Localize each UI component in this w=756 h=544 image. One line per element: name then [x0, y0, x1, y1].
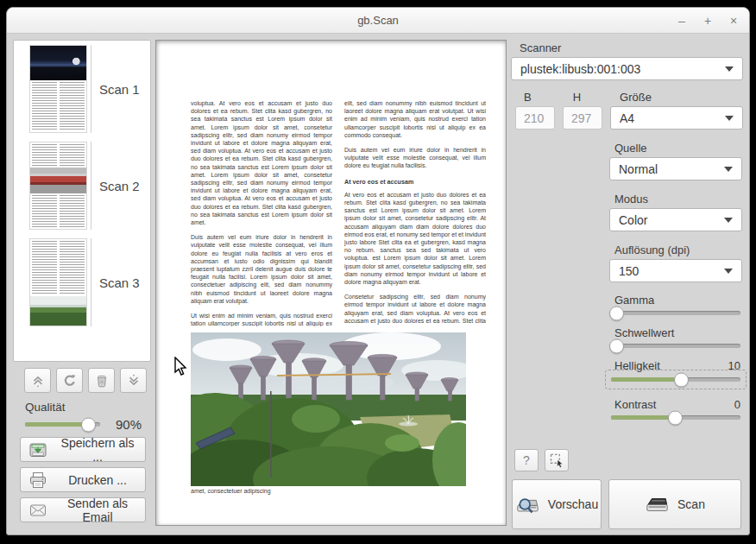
thumb-text-column [60, 82, 85, 130]
document-right-column: elit, sed diam nonummy nibh euismod tinc… [344, 99, 486, 326]
help-icon: ? [523, 453, 530, 467]
contrast-label: Kontrast [614, 398, 656, 411]
photo-caption: amet, consectetuer adipiscing [191, 488, 486, 494]
rotate-icon [62, 373, 78, 389]
window-controls: – + × [675, 8, 740, 33]
document-heading: At vero eos et accusam [344, 178, 486, 186]
chevron-down-icon [724, 218, 733, 223]
quality-slider[interactable] [25, 422, 100, 427]
thumb-text-column [32, 195, 57, 227]
source-value: Normal [619, 162, 658, 176]
send-email-label: Senden als Email [55, 497, 145, 524]
select-area-button[interactable] [545, 449, 569, 471]
scan-3-thumbnail[interactable] [29, 238, 87, 326]
scan-1-label: Scan 1 [99, 82, 140, 97]
thumb-text-column [32, 82, 57, 130]
scan-preview-area[interactable]: voluptua. At vero eos et accusam et just… [155, 40, 507, 526]
quality-value: 90% [116, 417, 142, 432]
rotate-button[interactable] [56, 368, 83, 393]
scan-1-thumbnail[interactable] [29, 45, 87, 133]
mode-value: Color [619, 213, 647, 227]
brightness-focus-ring [605, 370, 747, 389]
width-field[interactable] [515, 106, 555, 130]
left-panel: Scan 1 [13, 40, 151, 535]
document-left-column: voluptua. At vero eos et accusam et just… [191, 99, 332, 326]
scan-1-photo [30, 46, 86, 80]
scan-scanner-icon [645, 494, 669, 516]
contrast-value: 0 [734, 398, 740, 411]
center-panel: voluptua. At vero eos et accusam et just… [155, 40, 507, 535]
source-label: Quelle [614, 142, 742, 155]
settings-panel: Scanner plustek:libusb:001:003 B H Größe… [511, 40, 743, 535]
preview-scanner-icon [515, 494, 539, 516]
mode-select[interactable]: Color [609, 208, 742, 231]
scan-3-label: Scan 3 [99, 275, 140, 290]
thumb-text-column [32, 241, 57, 294]
move-down-button[interactable] [120, 368, 147, 393]
scanner-select[interactable]: plustek:libusb:001:003 [511, 57, 743, 80]
save-as-button[interactable]: Speichern als ... [20, 437, 146, 462]
window-title: gb.Scan [357, 14, 399, 27]
scan-2-label: Scan 2 [99, 179, 140, 193]
scan-list[interactable]: Scan 1 [13, 40, 151, 362]
quality-slider-handle[interactable] [81, 417, 96, 432]
chevron-down-icon [725, 66, 734, 72]
close-button[interactable]: × [727, 14, 740, 28]
gamma-slider-handle[interactable] [609, 306, 624, 320]
scan-list-item-3[interactable]: Scan 3 [14, 234, 150, 331]
scan-2-photo [30, 168, 86, 193]
threshold-slider-handle[interactable] [609, 338, 624, 353]
brightness-label: Helligkeit [614, 359, 660, 372]
scanned-page: voluptua. At vero eos et accusam et just… [156, 41, 506, 525]
move-up-button[interactable] [24, 368, 51, 393]
resolution-select[interactable]: 150 [609, 259, 742, 282]
app-window: gb.Scan – + × Scan 1 [6, 7, 750, 535]
delete-button[interactable] [88, 368, 115, 393]
threshold-slider[interactable] [611, 344, 740, 348]
document-photo-gardens [191, 332, 466, 486]
gamma-slider[interactable] [611, 311, 740, 315]
contrast-slider-handle[interactable] [668, 410, 683, 425]
thumbnail-toolbar [13, 368, 151, 393]
scan-list-item-2[interactable]: Scan 2 [14, 137, 150, 234]
chevron-down-icon [724, 167, 733, 172]
contrast-slider[interactable] [611, 415, 740, 420]
size-select[interactable]: A4 [610, 106, 743, 130]
gamma-label: Gamma [614, 294, 654, 307]
scan-3-photo [30, 296, 86, 326]
send-email-button[interactable]: Senden als Email [20, 497, 146, 522]
help-button[interactable]: ? [514, 449, 539, 471]
mode-label: Modus [614, 193, 742, 206]
thumb-text-column [60, 144, 85, 166]
brightness-value: 10 [728, 359, 740, 372]
scan-2-thumbnail[interactable] [29, 142, 87, 230]
size-value: A4 [620, 111, 634, 125]
preview-button[interactable]: Vorschau [512, 479, 602, 529]
scan-list-item-1[interactable]: Scan 1 [14, 41, 150, 137]
print-label: Drucken ... [55, 473, 145, 487]
thumb-text-column [32, 144, 57, 166]
brightness-slider[interactable] [611, 377, 740, 382]
resolution-value: 150 [619, 264, 639, 278]
scanner-value: plustek:libusb:001:003 [520, 62, 640, 76]
minimize-button[interactable]: – [675, 14, 689, 28]
title-bar[interactable]: gb.Scan – + × [7, 8, 749, 34]
brightness-slider-handle[interactable] [674, 372, 689, 387]
height-label: H [573, 91, 581, 104]
email-icon [28, 503, 47, 518]
source-select[interactable]: Normal [609, 157, 742, 180]
quality-label: Qualität [25, 401, 151, 414]
resolution-label: Auflösung (dpi) [614, 244, 742, 256]
scan-button-label: Scan [677, 497, 705, 511]
thumb-text-column [60, 195, 85, 227]
preview-button-label: Vorschau [548, 497, 598, 511]
print-button[interactable]: Drucken ... [20, 467, 146, 492]
height-field[interactable] [563, 106, 602, 130]
threshold-label: Schwellwert [614, 326, 674, 339]
chevron-down-icon [725, 116, 734, 121]
scan-button[interactable]: Scan [608, 479, 741, 529]
scanner-label: Scanner [520, 41, 743, 54]
size-label: Größe [620, 91, 652, 104]
document-text: voluptua. At vero eos et accusam et just… [191, 99, 486, 326]
maximize-button[interactable]: + [701, 14, 715, 28]
